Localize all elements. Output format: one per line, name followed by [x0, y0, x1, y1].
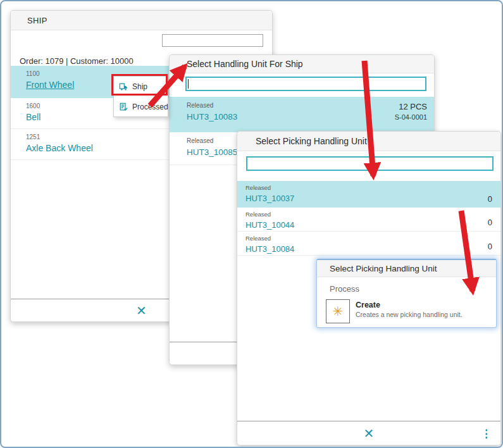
list-item[interactable]: Released HUT3_10044 0	[237, 208, 500, 232]
annotation-highlight-rectangle	[111, 74, 168, 96]
close-icon[interactable]: ✕	[364, 427, 375, 440]
picking-unit-search-input[interactable]	[246, 156, 494, 171]
status-label: Released	[187, 137, 237, 144]
handling-unit-link[interactable]: HUT3_10083	[187, 112, 237, 121]
status-label: Released	[245, 235, 294, 242]
picking-unit-list: Released HUT3_10037 0 Released HUT3_1004…	[237, 181, 500, 256]
item-link[interactable]: Axle Back Wheel	[26, 143, 93, 153]
create-action-label[interactable]: Create	[356, 301, 463, 309]
dialog-footer: ✕ ⋮	[237, 421, 500, 445]
status-label: Released	[245, 184, 294, 191]
screenshot-frame: SHIP Order: 1079 | Customer: 10000 1100 …	[0, 0, 503, 448]
list-item[interactable]: Released HUT3_10037 0	[237, 181, 500, 208]
dialog-title: Select Picking Handling Unit	[256, 136, 367, 146]
ship-search-input[interactable]	[162, 34, 263, 47]
status-label: Released	[245, 211, 294, 218]
more-options-icon[interactable]: ⋮	[481, 428, 492, 440]
item-link[interactable]: Front Wheel	[26, 80, 74, 90]
close-icon[interactable]: ✕	[136, 304, 147, 317]
dialog-title: Select Handling Unit For Ship	[187, 59, 303, 69]
create-action-description: Creates a new picking handling unit.	[356, 311, 463, 318]
process-section-label: Process	[330, 284, 496, 294]
dialog-titlebar: Select Handling Unit For Ship	[170, 55, 434, 73]
ship-window-title: SHIP	[27, 16, 47, 25]
create-icon-box[interactable]: ✳	[326, 299, 350, 323]
picking-unit-link[interactable]: HUT3_10037	[245, 194, 294, 203]
menu-item-processed[interactable]: Processed	[114, 96, 168, 116]
handling-unit-search-input[interactable]	[185, 77, 426, 91]
menu-item-label: Processed	[132, 103, 168, 111]
dialog-titlebar: Select Picking Handling Unit	[317, 260, 496, 277]
quantity-value: 0	[488, 242, 492, 255]
handling-unit-link[interactable]: HUT3_10085	[187, 147, 237, 157]
picking-unit-link[interactable]: HUT3_10044	[245, 220, 294, 230]
list-item[interactable]: Released HUT3_10083 12 PCS S-04-0001	[170, 97, 434, 132]
dialog-titlebar: Select Picking Handling Unit	[237, 132, 500, 151]
quantity-value: 0	[488, 194, 492, 208]
ship-window-titlebar: SHIP	[11, 11, 272, 30]
processed-icon	[119, 103, 128, 111]
sparkle-icon: ✳	[333, 305, 344, 318]
picking-unit-link[interactable]: HUT3_10084	[245, 244, 294, 254]
bin-code-label: S-04-0001	[395, 113, 427, 121]
quantity-value: 0	[488, 218, 492, 231]
order-customer-label: Order: 1079 | Customer: 10000	[20, 56, 134, 66]
status-label: Released	[187, 102, 237, 109]
item-link[interactable]: Bell	[26, 112, 40, 122]
quantity-label: 12 PCS	[395, 102, 427, 111]
create-action[interactable]: ✳ Create Creates a new picking handling …	[326, 299, 496, 323]
list-item[interactable]: Released HUT3_10084 0	[237, 232, 500, 256]
text-caret	[188, 79, 189, 89]
picking-unit-actions-dialog: Select Picking Handling Unit Process ✳ C…	[316, 259, 497, 328]
dialog-title: Select Picking Handling Unit	[330, 264, 437, 273]
